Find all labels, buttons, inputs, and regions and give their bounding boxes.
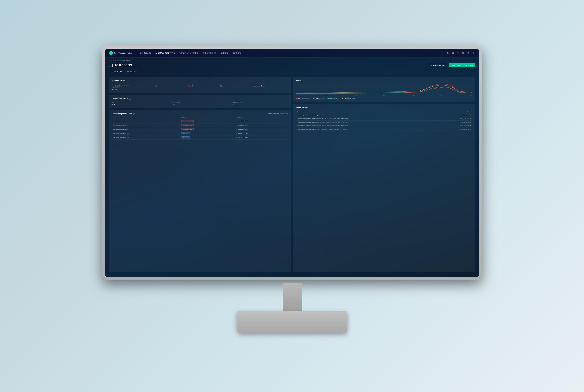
- file-path: C:/Product/Design/ryuk.txt: [112, 123, 180, 127]
- table-row[interactable]: Finished Radar analysis for snapshot tak…: [296, 128, 472, 131]
- sla-domain-field: SLA Domain Bronzed: [112, 87, 152, 90]
- anomaly-details-title: Anomaly Details: [112, 80, 288, 82]
- event-time: Jun 28, 2022 2:38AM: [438, 113, 472, 117]
- navbar: Data Threat Analytics DASHBOARD ANOMALY …: [105, 49, 479, 58]
- sla-domain-value: Bronzed: [112, 89, 152, 90]
- legend-label-modified: Modified Files: [347, 98, 355, 99]
- event-description: Finished Radar analysis for snapshot tak…: [296, 124, 438, 128]
- encryption-field: Encryption High: [155, 83, 184, 87]
- nav-anomaly-detection[interactable]: ANOMALY DETECTION: [154, 51, 177, 55]
- legend-dot-modified: [342, 98, 343, 99]
- x-label-6: Jul 29: [469, 95, 472, 96]
- table-row[interactable]: C:/Product/Design/ransim.txt Suspicious …: [112, 136, 288, 140]
- event-column-header[interactable]: Event ▾: [296, 110, 438, 113]
- ransomware-notes-count[interactable]: 34: [232, 104, 288, 105]
- table-row[interactable]: Finished Radar analysis for snapshot tak…: [296, 124, 472, 128]
- nav-dashboard[interactable]: DASHBOARD: [138, 51, 153, 55]
- tab-browse[interactable]: 📁 BROWSE: [124, 70, 139, 74]
- summary-tab-icon: ☰: [111, 71, 113, 72]
- chart-legend: 9,362 Suspicious Files 2,383 Deleted Fil…: [296, 98, 472, 99]
- strain-name-field: Strain Ryuk: [112, 102, 168, 105]
- time-column-header[interactable]: Time ▾: [438, 110, 472, 113]
- files-info-icon[interactable]: i: [133, 113, 135, 114]
- anomaly-details-card: Anomaly Details Detection Time Jun 28, 2…: [109, 77, 291, 93]
- table-row[interactable]: Finished Radar analysis for snapshot tak…: [296, 117, 472, 120]
- nav-events[interactable]: EVENTS: [219, 51, 230, 55]
- files-table-header: Path ▾ Suspicious ▾ Last Mod: [112, 116, 288, 119]
- x-label-3: Jul 26: [383, 95, 386, 96]
- file-path: C:/Product/Design/ransim.txt: [112, 136, 180, 140]
- page-title-group: 10.0.103.13: [109, 63, 132, 67]
- ransomware-strain-card: Ransomware Strain i Strain Ryuk Suspicio…: [109, 95, 291, 108]
- encryption-value: High: [155, 85, 184, 87]
- settings-icon[interactable]: ⚙️: [462, 52, 465, 54]
- suspicious-files-count[interactable]: 9,362: [172, 104, 228, 105]
- strain-grid: Strain Ryuk Suspicious Files 9,362 Ranso…: [112, 102, 288, 105]
- path-column-header[interactable]: Path ▾: [112, 116, 180, 119]
- severity-field: Severity Critical: [188, 83, 216, 87]
- suspicious-files-card: Recent Suspicious Files i DOWNLOAD FOR F…: [109, 110, 291, 272]
- monitor-display: Data Threat Analytics DASHBOARD ANOMALY …: [102, 46, 482, 346]
- header-buttons: DOWNLOAD CSV RECOVER FULL SNAPSHOT: [429, 63, 475, 67]
- strain-info-icon[interactable]: i: [129, 98, 131, 100]
- chart-x-labels: Jun 23 Jun 24 Jul 25 Jul 26 Jul 27 Jul 2…: [296, 95, 472, 96]
- legend-count-added: 2,023: [330, 98, 333, 99]
- x-label-0: Jun 23: [297, 95, 300, 96]
- download-csv-button[interactable]: DOWNLOAD CSV: [429, 63, 447, 67]
- user-icon[interactable]: 👤: [472, 52, 475, 54]
- strain-value: Ryuk: [112, 104, 168, 105]
- table-row[interactable]: C:/Product/Design/ryuk.txt Ransomware No…: [112, 127, 288, 131]
- event-time: Jun 27, 2022 2:38AM: [438, 117, 472, 120]
- file-modified: Jun 28, 2022 2:38AM: [235, 136, 288, 140]
- nav-threat-hunts[interactable]: THREAT HUNTS: [201, 51, 218, 55]
- event-sort-arrow: ▾: [301, 111, 302, 112]
- ransomware-notes-label: Ransomware Notes: [232, 102, 288, 103]
- event-timeline-card: Event Timeline Event ▾: [293, 104, 475, 272]
- breadcrumb: Anomaly Detection > 10.0.103.13: [109, 60, 475, 62]
- location-value: sand1-vcsa.rubrikde...: [251, 85, 288, 87]
- event-time: Jun 25, 2022 3:48PM: [438, 124, 472, 128]
- search-icon[interactable]: 🔍: [447, 52, 449, 54]
- x-label-2: Jul 25: [355, 95, 358, 96]
- time-sort-arrow: ▾: [471, 111, 471, 112]
- modified-column-header[interactable]: Last Modified ▾: [235, 116, 288, 119]
- file-badge: Ransomware Note: [180, 123, 235, 127]
- table-row[interactable]: C:/Product/Design/ryuk.txt Ransomware No…: [112, 123, 288, 127]
- file-modified: Jun 28, 2022 2:38AM: [235, 127, 288, 131]
- nav-threat-monitoring[interactable]: THREAT MONITORING: [177, 51, 200, 55]
- x-label-1: Jun 24: [326, 95, 329, 96]
- anomaly-details-grid: Detection Time Jun 28, 2022 2:38AM PST E…: [112, 83, 288, 90]
- severity-value: Critical: [188, 85, 216, 87]
- legend-deleted: 2,383 Deleted Files: [313, 98, 325, 99]
- modified-sort-arrow: ▾: [243, 117, 244, 118]
- recover-snapshot-button[interactable]: RECOVER FULL SNAPSHOT: [449, 63, 475, 67]
- table-row[interactable]: Finished Radar analysis for snapshot tak…: [296, 120, 472, 124]
- table-row[interactable]: C:/Product/Design/ransim.txt Suspicious …: [112, 131, 288, 136]
- legend-modified: 9,287 Modified Files: [342, 98, 355, 99]
- tab-summary[interactable]: ☰ SUMMARY: [109, 70, 124, 74]
- event-description: Finished Radar analysis for snapshot tak…: [296, 120, 438, 124]
- grid-icon[interactable]: ⊞: [467, 52, 470, 54]
- breadcrumb-parent[interactable]: Anomaly Detection: [109, 60, 121, 62]
- event-description: Finished Radar analysis for snapshot tak…: [296, 117, 438, 120]
- activity-card: Activity: [293, 77, 475, 102]
- table-row[interactable]: Detected significant indication of encry…: [296, 113, 472, 117]
- event-timeline-title: Event Timeline: [296, 107, 472, 108]
- detection-time-value: Jun 28, 2022 2:38AM PST: [112, 85, 152, 87]
- content-area: Anomaly Detection > 10.0.103.13 10.0.103…: [105, 58, 479, 277]
- path-sort-arrow: ▾: [116, 117, 116, 118]
- download-forensics-link[interactable]: DOWNLOAD FOR FORENSICS: [268, 113, 288, 114]
- nav-icons: 🔍 🔔 ❓ ⚙️ ⊞ 👤: [447, 52, 475, 54]
- nav-reports[interactable]: REPORTS: [230, 51, 243, 55]
- browse-tab-icon: 📁: [127, 71, 129, 72]
- cluster-label: Cluster: [220, 83, 247, 85]
- brand-name: Data Threat Analytics: [114, 52, 132, 54]
- help-icon[interactable]: ❓: [457, 52, 459, 54]
- table-row[interactable]: C:/Product/Design/ryuk.txt Ransomware No…: [112, 119, 288, 123]
- logo-icon: [109, 50, 114, 56]
- location-field: Location sand1-vcsa.rubrikde...: [251, 83, 288, 87]
- suspicious-column-header[interactable]: Suspicious ▾: [180, 116, 235, 119]
- bell-icon[interactable]: 🔔: [452, 52, 454, 54]
- monitor-neck: [282, 283, 302, 312]
- nav-links: DASHBOARD ANOMALY DETECTION THREAT MONIT…: [138, 51, 447, 55]
